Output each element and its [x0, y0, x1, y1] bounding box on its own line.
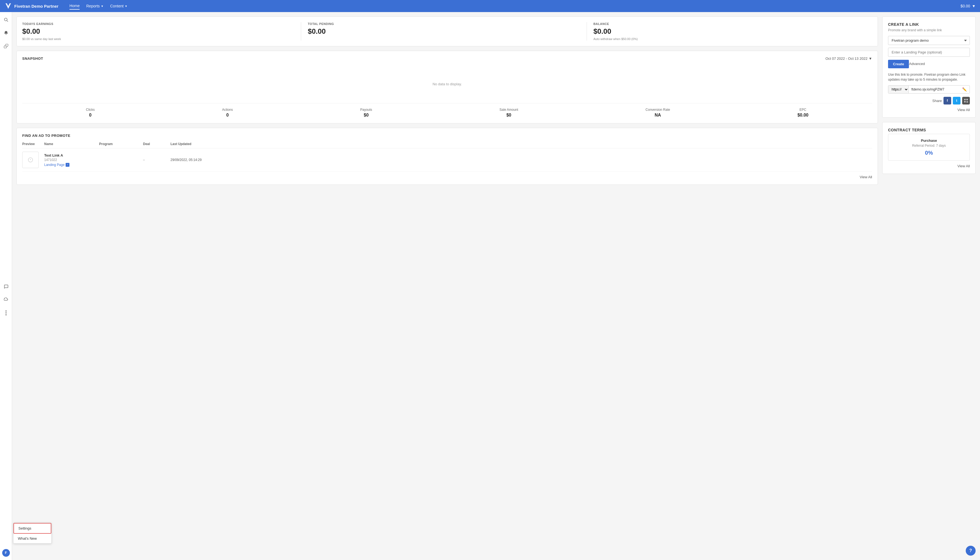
- find-ad-title: FIND AN AD TO PROMOTE: [22, 133, 872, 138]
- main-layout: F Settings What's New TODAYS EARNINGS $0…: [0, 12, 980, 560]
- metric-clicks: Clicks 0: [86, 108, 95, 118]
- ad-landing[interactable]: Landing Page ✓: [44, 163, 99, 167]
- contract-type: Purchase: [893, 138, 965, 143]
- date-range-picker[interactable]: Oct 07 2022 - Oct 13 2022 ▼: [825, 57, 872, 61]
- protocol-select[interactable]: https://: [888, 85, 909, 93]
- share-twitter-button[interactable]: t: [953, 97, 960, 105]
- todays-earnings-section: TODAYS EARNINGS $0.00 $0.00 vs same day …: [22, 22, 301, 41]
- balance-section: BALANCE $0.00 Auto withdraw when $50.00 …: [587, 22, 872, 41]
- main-content: TODAYS EARNINGS $0.00 $0.00 vs same day …: [12, 12, 980, 560]
- create-button[interactable]: Create: [888, 60, 909, 68]
- help-button[interactable]: ?: [966, 546, 976, 556]
- svg-rect-11: [967, 101, 968, 102]
- floating-context-menu: Settings What's New: [13, 523, 52, 543]
- landing-badge: ✓: [65, 163, 69, 167]
- ad-id: 1471022: [44, 158, 99, 162]
- create-link-title: CREATE A LINK: [888, 22, 970, 27]
- svg-rect-9: [965, 102, 965, 102]
- balance-chevron: ▼: [972, 4, 976, 8]
- snapshot-card: SNAPSHOT Oct 07 2022 - Oct 13 2022 ▼ No …: [17, 51, 878, 123]
- menu-item-settings[interactable]: Settings: [13, 523, 51, 534]
- contract-period: Referral Period: 7 days: [893, 144, 965, 148]
- svg-rect-13: [967, 102, 968, 103]
- chart-area: No data to display.: [22, 65, 872, 103]
- nav-content[interactable]: Content ▼: [110, 3, 127, 9]
- bell-icon[interactable]: [2, 28, 10, 37]
- contract-view-all[interactable]: View All: [888, 164, 970, 168]
- ad-table-header: Preview Name Program Deal Last Updated: [22, 142, 872, 148]
- metric-sale-amount: Sale Amount $0: [500, 108, 518, 118]
- create-link-card: CREATE A LINK Promote any brand with a s…: [882, 17, 976, 118]
- logo-icon: [4, 2, 12, 10]
- svg-rect-10: [967, 101, 967, 102]
- metric-conversion-rate: Conversion Rate NA: [646, 108, 670, 118]
- find-ad-card: FIND AN AD TO PROMOTE Preview Name Progr…: [17, 128, 878, 185]
- cloud-icon[interactable]: [2, 295, 10, 304]
- snapshot-metrics: Clicks 0 Actions 0 Payouts $0 Sale Amoun…: [22, 108, 872, 118]
- link-url-input[interactable]: [909, 85, 960, 93]
- balance-value: $0.00: [594, 27, 866, 36]
- snapshot-header: SNAPSHOT Oct 07 2022 - Oct 13 2022 ▼: [22, 57, 872, 61]
- metric-epc: EPC $0.00: [798, 108, 808, 118]
- content-chevron: ▼: [125, 5, 127, 8]
- contract-pct: 0%: [893, 150, 965, 156]
- snapshot-title: SNAPSHOT: [22, 57, 43, 61]
- left-sidebar: F Settings What's New: [0, 12, 12, 560]
- nav-reports[interactable]: Reports ▼: [86, 3, 104, 9]
- chat-icon[interactable]: [2, 282, 10, 291]
- menu-item-whats-new[interactable]: What's New: [13, 534, 51, 543]
- ad-deal: –: [143, 158, 171, 162]
- user-avatar[interactable]: F: [2, 549, 10, 557]
- metric-payouts: Payouts $0: [360, 108, 372, 118]
- contract-box: Purchase Referral Period: 7 days 0%: [888, 134, 970, 161]
- svg-rect-7: [967, 99, 967, 100]
- three-dots: [5, 310, 7, 315]
- svg-rect-12: [967, 102, 967, 103]
- copy-link-button[interactable]: ✏️: [960, 85, 970, 93]
- pending-section: TOTAL PENDING $0.00: [301, 22, 586, 41]
- balance-display[interactable]: $0.00 ▼: [960, 4, 976, 8]
- todays-value: $0.00: [22, 27, 294, 36]
- contract-title: CONTRACT TERMS: [888, 128, 970, 132]
- link-info-text: Use this link to promote. Fivetran progr…: [888, 72, 970, 82]
- reports-chevron: ▼: [101, 5, 104, 8]
- share-row: Share f t: [888, 97, 970, 105]
- link-url-row: https:// ✏️: [888, 85, 970, 93]
- contract-terms-card: CONTRACT TERMS Purchase Referral Period:…: [882, 122, 976, 174]
- svg-rect-5: [965, 99, 965, 100]
- share-facebook-button[interactable]: f: [943, 97, 951, 105]
- create-link-view-all[interactable]: View All: [888, 108, 970, 112]
- todays-sub: $0.00 vs same day last week: [22, 37, 294, 41]
- top-nav: Fivetran Demo Partner Home Reports ▼ Con…: [0, 0, 980, 12]
- dots-menu-icon[interactable]: [2, 308, 10, 317]
- balance-label: BALANCE: [594, 22, 866, 25]
- balance-sub: Auto withdraw when $50.00 (0%): [594, 37, 866, 41]
- search-icon[interactable]: [2, 15, 10, 24]
- todays-label: TODAYS EARNINGS: [22, 22, 294, 25]
- date-range-chevron: ▼: [868, 57, 872, 61]
- app-logo[interactable]: Fivetran Demo Partner: [4, 2, 59, 10]
- ad-name: Text Link A: [44, 153, 99, 157]
- nav-home[interactable]: Home: [69, 2, 80, 10]
- create-link-subtitle: Promote any brand with a simple link: [888, 28, 970, 32]
- table-row: Text Link A 1471022 Landing Page ✓ – 29/…: [22, 148, 872, 172]
- create-footer: Create Advanced: [888, 60, 970, 68]
- right-sidebar: CREATE A LINK Promote any brand with a s…: [882, 17, 976, 556]
- program-select[interactable]: Fivetran program demo: [888, 36, 970, 45]
- pending-value: $0.00: [308, 27, 580, 36]
- svg-marker-0: [5, 3, 11, 9]
- ad-last-updated: 29/09/2022, 05:14:29: [171, 158, 872, 162]
- share-qr-button[interactable]: [962, 97, 970, 105]
- center-content: TODAYS EARNINGS $0.00 $0.00 vs same day …: [17, 17, 878, 556]
- svg-line-2: [7, 20, 8, 22]
- app-title: Fivetran Demo Partner: [14, 4, 59, 8]
- find-ad-view-all[interactable]: View All: [22, 175, 872, 179]
- svg-point-1: [4, 18, 7, 21]
- earnings-card: TODAYS EARNINGS $0.00 $0.00 vs same day …: [17, 17, 878, 47]
- link-icon[interactable]: [2, 42, 10, 50]
- pending-label: TOTAL PENDING: [308, 22, 580, 25]
- ad-preview-icon: [22, 152, 39, 168]
- metric-actions: Actions 0: [222, 108, 233, 118]
- landing-page-input[interactable]: [888, 48, 970, 57]
- advanced-link[interactable]: Advanced: [909, 60, 925, 68]
